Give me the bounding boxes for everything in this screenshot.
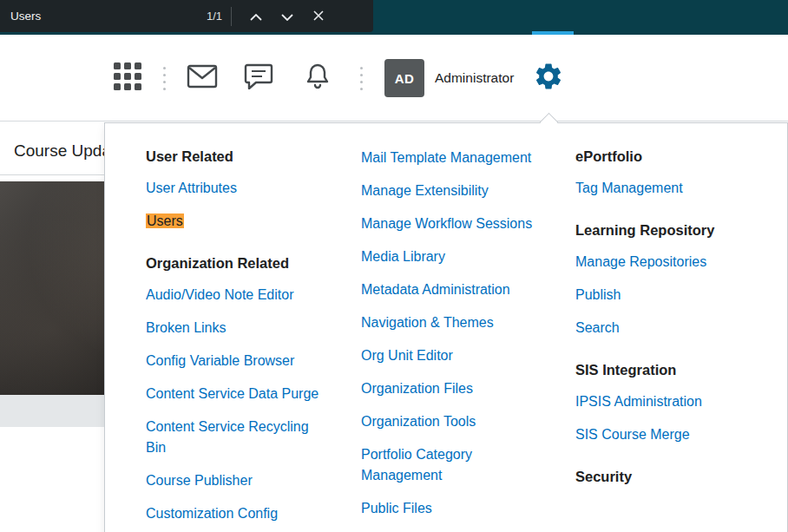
mail-icon <box>187 64 218 92</box>
menu-link-broken-links[interactable]: Broken Links <box>146 318 330 338</box>
menu-link-customization-config[interactable]: Customization Config <box>146 503 330 524</box>
menu-link-config-variable-browser[interactable]: Config Variable Browser <box>146 351 330 371</box>
admin-menu-column-3: ePortfolio Tag Management Learning Repos… <box>575 123 766 532</box>
find-bar: Users 1/1 <box>0 0 373 32</box>
mail-button[interactable] <box>187 64 218 92</box>
apps-grid-icon <box>113 62 142 95</box>
active-tab-indicator <box>532 31 574 35</box>
menu-link-organization-files[interactable]: Organization Files <box>361 378 545 399</box>
find-previous-button[interactable] <box>240 1 272 32</box>
admin-menu-column-2: Mail Template Management Manage Extensib… <box>361 123 545 532</box>
admin-tools-menu: User Related User Attributes Users Organ… <box>104 122 788 532</box>
menu-link-ipsis-administration[interactable]: IPSIS Administration <box>575 391 766 412</box>
find-highlight: Users <box>146 213 184 228</box>
bell-icon <box>305 62 331 94</box>
close-icon <box>313 9 324 24</box>
menu-link-content-service-data-purge[interactable]: Content Service Data Purge <box>146 384 330 404</box>
chat-button[interactable] <box>244 63 273 93</box>
page-header: AD Administrator <box>0 35 788 122</box>
menu-link-manage-extensibility[interactable]: Manage Extensibility <box>361 181 545 201</box>
user-name-button[interactable]: Administrator <box>435 70 514 86</box>
menu-link-public-files[interactable]: Public Files <box>361 498 545 519</box>
header-icon-row: AD Administrator <box>113 35 564 122</box>
alerts-button[interactable] <box>305 62 331 94</box>
settings-gear-icon <box>533 61 564 95</box>
find-query-input[interactable]: Users <box>10 10 207 23</box>
avatar[interactable]: AD <box>384 59 424 97</box>
find-next-button[interactable] <box>272 1 303 32</box>
header-divider-dots <box>163 67 166 90</box>
menu-link-audio-video-note-editor[interactable]: Audio/Video Note Editor <box>146 285 330 305</box>
menu-link-users[interactable]: Users <box>146 211 330 232</box>
menu-link-search[interactable]: Search <box>575 318 766 338</box>
menu-link-org-unit-editor[interactable]: Org Unit Editor <box>361 345 545 366</box>
menu-heading-organization-related: Organization Related <box>146 254 330 273</box>
menu-link-navigation-themes[interactable]: Navigation & Themes <box>361 312 545 333</box>
admin-menu-column-1: User Related User Attributes Users Organ… <box>146 123 330 532</box>
menu-link-metadata-administration[interactable]: Metadata Administration <box>361 279 545 300</box>
chevron-up-icon <box>250 9 262 24</box>
menu-heading-eportfolio: ePortfolio <box>575 148 766 166</box>
menu-link-manage-repositories[interactable]: Manage Repositories <box>575 252 766 273</box>
chat-icon <box>244 63 273 93</box>
header-divider-dots <box>360 67 363 90</box>
find-bar-divider <box>231 7 232 26</box>
admin-tools-button[interactable] <box>533 61 564 95</box>
menu-heading-sis-integration: SIS Integration <box>575 361 766 379</box>
find-match-count: 1/1 <box>207 10 222 23</box>
apps-grid-button[interactable] <box>113 62 142 95</box>
menu-link-tag-management[interactable]: Tag Management <box>575 178 766 199</box>
find-close-button[interactable] <box>303 1 334 32</box>
menu-link-publish[interactable]: Publish <box>575 285 766 305</box>
menu-link-manage-workflow-sessions[interactable]: Manage Workflow Sessions <box>361 213 545 234</box>
menu-link-mail-template-management[interactable]: Mail Template Management <box>361 148 545 168</box>
menu-link-media-library[interactable]: Media Library <box>361 246 545 267</box>
menu-heading-learning-repository: Learning Repository <box>575 221 766 240</box>
menu-link-user-attributes[interactable]: User Attributes <box>146 178 330 199</box>
menu-link-sis-course-merge[interactable]: SIS Course Merge <box>575 424 766 445</box>
menu-link-course-publisher[interactable]: Course Publisher <box>146 470 330 491</box>
menu-link-portfolio-category-management[interactable]: Portfolio Category Management <box>361 444 545 486</box>
chevron-down-icon <box>281 9 293 24</box>
menu-link-content-service-recycling-bin[interactable]: Content Service Recycling Bin <box>146 417 330 458</box>
menu-link-organization-tools[interactable]: Organization Tools <box>361 411 545 432</box>
menu-heading-user-related: User Related <box>146 148 330 166</box>
menu-heading-security: Security <box>575 468 766 486</box>
